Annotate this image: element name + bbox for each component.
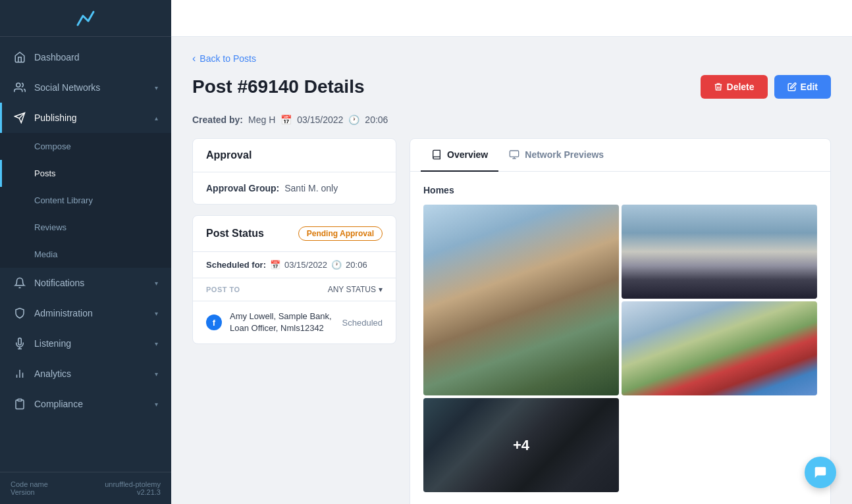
chat-bubble-button[interactable] (805, 457, 836, 488)
book-icon (431, 149, 442, 160)
approval-card-body: Approval Group: Santi M. only (193, 172, 396, 204)
thumb-image-2 (622, 301, 817, 395)
dropdown-chevron-icon: ▾ (379, 285, 383, 294)
delete-button[interactable]: Delete (701, 75, 768, 99)
content-grid: Approval Approval Group: Santi M. only P… (192, 138, 831, 504)
account-row: f Amy Lowell, Sample Bank, Loan Officer,… (193, 301, 396, 343)
chevron-down-icon: ▾ (155, 370, 158, 378)
chevron-down-icon: ▾ (155, 280, 158, 287)
send-icon (13, 111, 26, 124)
sidebar-item-compliance[interactable]: Compliance ▾ (0, 389, 171, 419)
scheduled-label: Scheduled for: (206, 260, 266, 270)
delete-button-label: Delete (727, 82, 755, 92)
scheduled-time: 20:06 (346, 260, 367, 270)
post-status-header: Post Status Pending Approval (193, 216, 396, 252)
sidebar-item-analytics[interactable]: Analytics ▾ (0, 359, 171, 389)
calendar-icon: 📅 (280, 114, 292, 125)
code-name-value: unruffled-ptolemy (105, 480, 161, 488)
left-panel: Approval Approval Group: Santi M. only P… (192, 138, 396, 504)
approval-card: Approval Approval Group: Santi M. only (192, 138, 396, 205)
media-label: Media (34, 249, 158, 259)
post-meta: Created by: Meg H 📅 03/15/2022 🕐 20:06 (192, 114, 831, 125)
sidebar-item-publishing-label: Publishing (34, 113, 155, 123)
sidebar-item-notifications[interactable]: Notifications ▾ (0, 268, 171, 298)
clipboard-icon (13, 397, 26, 411)
sidebar-item-social-networks-label: Social Networks (34, 82, 155, 93)
sidebar-item-administration[interactable]: Administration ▾ (0, 298, 171, 328)
monitor-icon (509, 149, 519, 160)
back-to-posts-link[interactable]: ‹ Back to Posts (192, 53, 831, 64)
compose-label: Compose (34, 141, 158, 151)
tabs-header: Overview Network Previews (410, 139, 830, 172)
account-status: Scheduled (342, 318, 383, 328)
sidebar-item-reviews[interactable]: Reviews (0, 214, 171, 241)
sidebar-item-media[interactable]: Media (0, 241, 171, 268)
created-by-label: Created by: (192, 114, 243, 125)
home-icon (13, 51, 26, 64)
reviews-label: Reviews (34, 222, 158, 232)
tab-overview-label: Overview (447, 149, 488, 160)
sidebar-nav: Dashboard Social Networks ▾ Publishing ▴ (0, 37, 171, 472)
tab-overview-content: Homes +4 Notes: (410, 172, 830, 504)
tab-network-previews-label: Network Previews (525, 149, 604, 160)
right-panel: Overview Network Previews Homes (410, 138, 831, 504)
bell-icon (13, 276, 26, 290)
trash-icon (714, 82, 723, 91)
svg-point-0 (16, 83, 20, 87)
edit-icon (787, 82, 797, 91)
sidebar-item-analytics-label: Analytics (34, 368, 155, 379)
tab-network-previews[interactable]: Network Previews (498, 139, 614, 172)
thumb-image-1 (622, 205, 817, 299)
chevron-down-icon: ▾ (155, 84, 158, 91)
mic-icon (13, 337, 26, 350)
version-label: Version (11, 488, 35, 496)
header-actions: Delete Edit (701, 75, 831, 99)
sidebar-item-dashboard[interactable]: Dashboard (0, 42, 171, 72)
code-name-label: Code name (11, 480, 48, 488)
post-to-header: POST TO ANY STATUS ▾ (193, 278, 396, 301)
status-badge: Pending Approval (298, 226, 383, 241)
bar-chart-icon (13, 367, 26, 380)
post-status-title: Post Status (206, 228, 264, 239)
sidebar-item-social-networks[interactable]: Social Networks ▾ (0, 72, 171, 103)
tab-overview[interactable]: Overview (421, 139, 498, 172)
chevron-down-icon: ▾ (155, 401, 158, 408)
svg-rect-8 (18, 399, 22, 401)
chevron-down-icon: ▾ (155, 310, 158, 317)
sidebar-item-notifications-label: Notifications (34, 278, 155, 288)
page-content: ‹ Back to Posts Post #69140 Details Dele… (171, 37, 852, 504)
main-header (171, 0, 852, 37)
sidebar-item-posts[interactable]: Posts (0, 160, 171, 187)
created-date: 03/15/2022 (297, 114, 343, 125)
posts-label: Posts (34, 168, 158, 178)
main-content-area: ‹ Back to Posts Post #69140 Details Dele… (171, 0, 852, 504)
more-images-overlay: +4 (423, 398, 619, 492)
users-icon (13, 81, 26, 94)
sidebar-item-listening[interactable]: Listening ▾ (0, 328, 171, 359)
chevron-down-icon: ▾ (155, 340, 158, 347)
edit-button-label: Edit (801, 82, 818, 92)
page-header: Post #69140 Details Delete Edit (192, 75, 831, 99)
any-status-select[interactable]: ANY STATUS ▾ (328, 285, 383, 294)
sidebar-item-content-library[interactable]: Content Library (0, 187, 171, 214)
created-time: 20:06 (365, 114, 388, 125)
sidebar-item-administration-label: Administration (34, 308, 155, 318)
back-link-label: Back to Posts (200, 53, 256, 64)
post-to-label: POST TO (206, 286, 240, 293)
content-library-label: Content Library (34, 195, 158, 205)
edit-button[interactable]: Edit (774, 75, 831, 99)
clock-icon-2: 🕐 (331, 260, 342, 270)
facebook-icon: f (206, 315, 222, 330)
publishing-sub-menu: Compose Posts Content Library Reviews Me… (0, 133, 171, 268)
page-title: Post #69140 Details (192, 76, 365, 97)
sidebar-item-listening-label: Listening (34, 338, 155, 349)
sidebar-item-compose[interactable]: Compose (0, 133, 171, 160)
chat-icon (813, 465, 828, 480)
thumb-image-3: +4 (423, 398, 619, 492)
tabs-card: Overview Network Previews Homes (410, 138, 831, 504)
scheduled-row: Scheduled for: 📅 03/15/2022 🕐 20:06 (193, 252, 396, 278)
sidebar: Dashboard Social Networks ▾ Publishing ▴ (0, 0, 171, 504)
approval-group-value: Santi M. only (284, 183, 338, 193)
app-logo-icon (74, 7, 97, 30)
sidebar-item-publishing[interactable]: Publishing ▴ (0, 103, 171, 133)
